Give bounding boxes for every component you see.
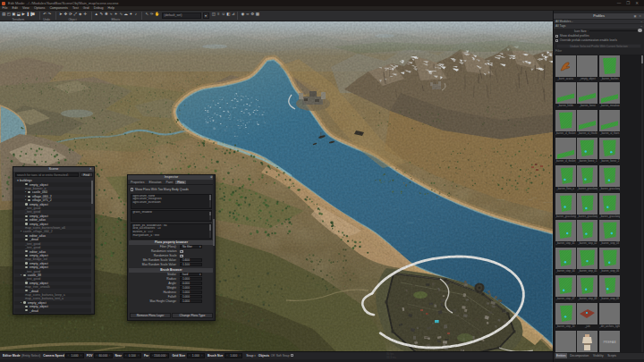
status-brush-size-field[interactable]: ‹1.000› xyxy=(225,353,242,358)
menu-item-options[interactable]: Options xyxy=(31,6,47,10)
light-icon[interactable]: ☀ xyxy=(114,12,119,17)
visibility-eye-icon[interactable] xyxy=(23,274,27,276)
status-camera-speed-field[interactable]: ‹1.000› xyxy=(65,353,83,358)
visibility-eye-icon[interactable] xyxy=(25,250,29,253)
dock-checkbox[interactable] xyxy=(555,35,558,38)
terrain-icon[interactable]: ▲ xyxy=(95,12,99,17)
max-scale-field[interactable]: 1.100 xyxy=(180,263,202,266)
visibility-eye-icon[interactable] xyxy=(25,306,29,308)
brush-prop-field[interactable]: 1.000 xyxy=(180,299,202,303)
profiles-scrollbar[interactable] xyxy=(641,55,643,352)
profile-tile[interactable]: _burnt_acacia xyxy=(555,55,576,83)
brush-prop-field[interactable]: 1.000 xyxy=(180,295,202,299)
rotate-icon[interactable]: ⟳ xyxy=(69,12,73,17)
profile-tile[interactable]: _armor_test xyxy=(577,331,597,352)
profile-tile[interactable]: PREFAB xyxy=(599,331,620,352)
visibility-eye-icon[interactable] xyxy=(25,219,29,222)
profile-tile[interactable]: _barren_grasslange_a xyxy=(577,165,597,193)
visibility-eye-icon[interactable] xyxy=(25,266,29,269)
save-scene-icon[interactable]: ▣ xyxy=(12,12,16,17)
toolbar-selection-set-combo[interactable]: (default_set) xyxy=(162,13,201,19)
visibility-eye-icon[interactable] xyxy=(25,262,29,265)
stop-icon[interactable]: ◼ xyxy=(31,12,36,17)
profile-tile[interactable]: _barren_ul_thorn xyxy=(599,110,620,138)
scene-panel-title[interactable]: Scene ✕ xyxy=(13,167,94,172)
move-icon[interactable]: ✥ xyxy=(64,12,68,17)
profile-tile[interactable]: _barren_grasslange_lite xyxy=(555,193,576,221)
stamp-icon[interactable]: ◫ xyxy=(212,12,216,17)
profile-tile[interactable]: _barren_forest xyxy=(577,82,597,110)
visibility-eye-icon[interactable] xyxy=(25,234,29,237)
maximize-icon[interactable]: ❐ xyxy=(626,1,630,5)
menu-item-help[interactable]: Help xyxy=(106,6,117,10)
list-item[interactable]: grass_shadow xyxy=(131,211,211,215)
flora-layers-list[interactable]: agriculture_sandagriculture_thickgrassag… xyxy=(131,194,212,209)
flora-icon[interactable]: ❋ xyxy=(105,12,109,17)
visibility-eye-icon[interactable] xyxy=(25,239,29,241)
tree-row[interactable]: _dead xyxy=(14,308,93,312)
undo-icon[interactable]: ↶ xyxy=(43,12,47,17)
brush-prop-field[interactable]: 0.000 xyxy=(180,282,202,285)
water-icon[interactable]: ≈ xyxy=(109,12,114,17)
visibility-eye-icon[interactable] xyxy=(25,215,29,217)
profiles-pin-icon[interactable]: ▣ xyxy=(633,14,637,18)
stroke-combo[interactable]: hard xyxy=(180,273,202,276)
profiles-filter-label[interactable]: Filter xyxy=(555,49,562,53)
profile-tile[interactable]: _barren_grasslange_b xyxy=(599,165,620,193)
open-scene-icon[interactable]: ◰ xyxy=(7,12,12,17)
minimize-icon[interactable]: — xyxy=(617,1,622,5)
profile-tile[interactable]: _dirt_archers_light xyxy=(599,303,620,331)
profile-tile[interactable]: _barren_step_04 xyxy=(555,248,576,275)
visibility-eye-icon[interactable] xyxy=(25,254,29,257)
dock-tab-scripts[interactable]: Scripts xyxy=(606,353,618,358)
list-item[interactable]: agriculture_bushlawn xyxy=(131,201,211,205)
inspector-tab-properties[interactable]: Properties xyxy=(129,181,146,184)
icon-size-slider-knob[interactable] xyxy=(638,29,641,32)
cursor-icon[interactable]: ↖ xyxy=(145,12,149,17)
close-icon[interactable]: ✕ xyxy=(635,1,639,5)
profile-tile[interactable]: _barren_bushes xyxy=(599,55,620,83)
collapse-icon[interactable]: – xyxy=(640,20,642,24)
magnet-icon[interactable]: ∪ xyxy=(222,12,226,17)
dock-tab-visibility[interactable]: Visibility xyxy=(591,353,605,358)
profiles-dock-header[interactable]: Profiles ▣ ✕ xyxy=(554,13,644,19)
link-icon[interactable]: ∞ xyxy=(246,12,250,17)
particle-icon[interactable]: ✦ xyxy=(129,12,133,17)
snap-icon[interactable]: ◈ xyxy=(79,12,83,17)
scale-icon[interactable]: ⤢ xyxy=(73,12,78,17)
menu-item-components[interactable]: Components xyxy=(47,6,71,10)
profile-tile[interactable]: _barren_forest_1 xyxy=(577,138,597,165)
min-scale-field[interactable]: 1.600 xyxy=(180,258,202,262)
profile-tile[interactable]: _barren_step_07 xyxy=(555,275,576,303)
randomize-rotation-checkbox[interactable] xyxy=(180,250,182,253)
scene-search-input[interactable] xyxy=(15,173,80,177)
new-scene-icon[interactable]: ▤ xyxy=(2,12,6,17)
profile-tile[interactable]: _barren_ul_thistle xyxy=(577,110,597,138)
profile-tile[interactable]: _barren_step_05 xyxy=(577,248,597,275)
status-fov-field[interactable]: ‹60.000› xyxy=(94,353,112,358)
visibility-eye-icon[interactable] xyxy=(25,223,29,225)
profile-tile[interactable]: _barren_forest_2 xyxy=(599,138,620,165)
profile-tile[interactable] xyxy=(555,331,576,352)
visibility-eye-icon[interactable] xyxy=(28,199,31,202)
profile-tile[interactable]: _barren_step_02 xyxy=(577,220,597,248)
menu-item-grid[interactable]: Grid xyxy=(80,6,91,10)
scene-entity-tree[interactable]: ▼buildingsempty_objectmap_banner_a•castl… xyxy=(14,179,93,313)
profile-tile[interactable]: _barren_step_08 xyxy=(577,275,597,303)
snap-dropdown[interactable]: Snap ▾ xyxy=(246,354,255,358)
scene-find-button[interactable]: Find xyxy=(80,173,93,177)
fog-icon[interactable]: ☁ xyxy=(124,12,129,17)
profile-tile[interactable]: _barren_step_01 xyxy=(555,220,576,248)
profile-tile[interactable]: _barren_ul_thicket_2 xyxy=(555,138,576,165)
profile-tile[interactable]: _barren_step_03 xyxy=(599,220,620,248)
brush-icon[interactable]: ✑ xyxy=(150,12,155,17)
layers-icon[interactable]: ≡ xyxy=(216,12,221,17)
pause-icon[interactable]: ❚❚ xyxy=(27,12,31,17)
combo-dropdown-icon[interactable]: ▾ xyxy=(203,13,209,19)
scene-tree-scrollbar[interactable] xyxy=(91,179,93,313)
profile-tile[interactable]: _barren_flora_a xyxy=(555,165,576,193)
visibility-eye-icon[interactable] xyxy=(28,195,31,198)
inspector-scrollbar[interactable] xyxy=(213,175,215,320)
visibility-eye-icon[interactable] xyxy=(25,183,29,186)
status-near-field[interactable]: ‹0.100› xyxy=(123,353,141,358)
